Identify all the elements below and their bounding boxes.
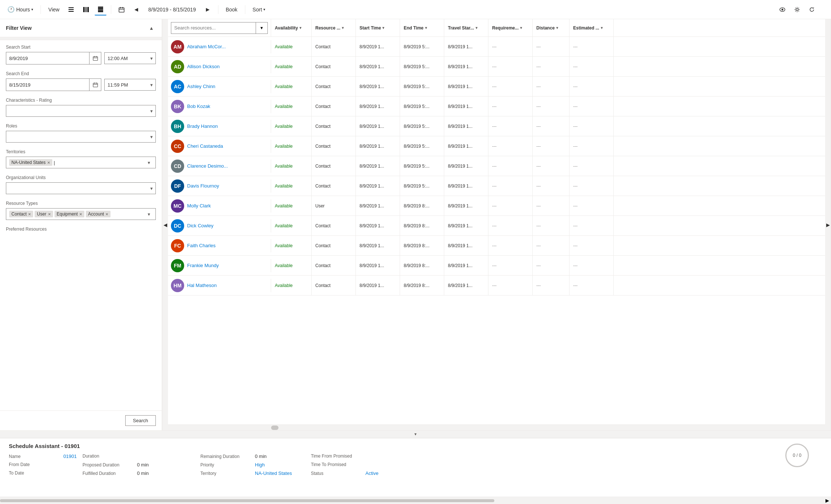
col-header-estimated[interactable]: Estimated ... ▾ — [569, 19, 614, 36]
characteristics-select[interactable] — [6, 105, 156, 117]
col-header-travel-start[interactable]: Travel Star... ▾ — [444, 19, 488, 36]
right-collapse-arrow[interactable]: ▶ — [825, 19, 831, 430]
search-end-time-select[interactable]: 11:59 PM — [104, 79, 156, 91]
search-resources-button[interactable]: ▾ — [256, 22, 268, 34]
settings-button[interactable] — [791, 4, 803, 15]
table-row[interactable]: AM Abraham McCor... Available Contact 8/… — [168, 37, 825, 57]
progress-label: 0 / 0 — [793, 453, 801, 458]
expand-row[interactable]: ▼ — [0, 430, 831, 438]
search-start-date-input[interactable] — [6, 52, 89, 64]
roles-select[interactable] — [6, 131, 156, 143]
cell-end-time: 8/9/2019 5:... — [400, 116, 444, 136]
search-end-date-input[interactable] — [6, 79, 89, 91]
cell-end-time: 8/9/2019 5:... — [400, 156, 444, 176]
avatar: AC — [171, 80, 184, 93]
bottom-horizontal-scrollbar[interactable]: ▶ — [0, 497, 831, 504]
cell-requirement: --- — [488, 57, 533, 76]
tag-contact-remove[interactable]: ✕ — [28, 212, 31, 216]
cell-end-time: 8/9/2019 8:... — [400, 216, 444, 235]
territories-tags-container[interactable]: NA-United States ✕ | ▾ — [6, 157, 156, 168]
table-row[interactable]: MC Molly Clark Available User 8/9/2019 1… — [168, 196, 825, 216]
hours-button[interactable]: 🕐 Hours ▾ — [4, 4, 36, 14]
svg-rect-8 — [88, 7, 89, 12]
avatar: DF — [171, 179, 184, 193]
grid-view-button[interactable] — [80, 4, 92, 15]
preferred-resources-section: Preferred Resources — [6, 227, 156, 232]
table-row[interactable]: BK Bob Kozak Available Contact 8/9/2019 … — [168, 97, 825, 116]
tag-account-remove[interactable]: ✕ — [105, 212, 108, 216]
resource-types-dropdown-button[interactable]: ▾ — [145, 210, 152, 218]
cell-resource-type: Contact — [312, 57, 356, 76]
next-week-button[interactable]: ▶ — [202, 4, 214, 15]
cell-resource-type: Contact — [312, 136, 356, 156]
resource-types-tags-container[interactable]: Contact ✕ User ✕ Equipment ✕ Account — [6, 208, 156, 220]
col-header-availability[interactable]: Availability ▾ — [271, 19, 312, 36]
status-field: Status Active — [311, 470, 414, 476]
search-start-calendar-button[interactable] — [89, 52, 101, 64]
territory-tag-remove[interactable]: ✕ — [47, 161, 50, 165]
search-end-calendar-button[interactable] — [89, 79, 101, 91]
table-row[interactable]: CC Cheri Castaneda Available Contact 8/9… — [168, 136, 825, 156]
territories-dropdown-button[interactable]: ▾ — [145, 159, 152, 166]
table-row[interactable]: BH Brady Hannon Available Contact 8/9/20… — [168, 116, 825, 136]
col-header-distance[interactable]: Distance ▾ — [533, 19, 569, 36]
table-row[interactable]: AD Allison Dickson Available Contact 8/9… — [168, 57, 825, 77]
sort-button[interactable]: Sort ▾ — [250, 5, 269, 14]
from-date-label: From Date — [9, 462, 60, 467]
table-row[interactable]: DC Dick Cowley Available Contact 8/9/201… — [168, 216, 825, 236]
cell-requirement: --- — [488, 156, 533, 176]
cell-estimated: --- — [569, 136, 614, 156]
time-to-promised-label: Time To Promised — [311, 462, 362, 467]
view-toggle-icon-button[interactable] — [776, 4, 788, 15]
cell-start-time: 8/9/2019 1... — [356, 276, 400, 295]
refresh-button[interactable] — [806, 4, 818, 15]
cell-availability: Available — [271, 276, 312, 295]
table-view-button[interactable] — [95, 4, 106, 15]
to-date-label: To Date — [9, 470, 60, 476]
avatar: MC — [171, 199, 184, 213]
search-start-time-select[interactable]: 12:00 AM — [104, 52, 156, 64]
table-row[interactable]: AC Ashley Chinn Available Contact 8/9/20… — [168, 77, 825, 97]
right-arrow-icon: ▶ — [826, 222, 830, 228]
cell-availability: Available — [271, 136, 312, 156]
fulfilled-duration-label: Fulfilled Duration — [83, 471, 134, 476]
priority-value[interactable]: High — [255, 462, 265, 468]
tag-equipment-remove[interactable]: ✕ — [79, 212, 82, 216]
scroll-right-button[interactable]: ▶ — [824, 497, 831, 504]
col-header-requirement[interactable]: Requireme... ▾ — [488, 19, 533, 36]
table-row[interactable]: DF Davis Flournoy Available Contact 8/9/… — [168, 176, 825, 196]
col-header-end-time[interactable]: End Time ▾ — [400, 19, 444, 36]
col-header-resource-type[interactable]: Resource ... ▾ — [312, 19, 356, 36]
book-button[interactable]: Book — [223, 5, 241, 14]
cell-availability: Available — [271, 77, 312, 96]
table-row[interactable]: CD Clarence Desimo... Available Contact … — [168, 156, 825, 176]
view-button[interactable]: View — [45, 5, 62, 14]
territory-value[interactable]: NA-United States — [255, 470, 292, 476]
cell-travel-start: 8/9/2019 1... — [444, 37, 488, 56]
org-units-section: Organizational Units — [6, 175, 156, 194]
svg-rect-13 — [119, 8, 124, 12]
filter-collapse-button[interactable]: ▲ — [147, 24, 156, 32]
svg-point-19 — [796, 8, 798, 11]
left-collapse-arrow[interactable]: ◀ — [162, 19, 168, 430]
cell-resource-type: Contact — [312, 37, 356, 56]
org-units-select[interactable] — [6, 182, 156, 194]
tag-user-label: User — [37, 211, 46, 217]
search-resources-input[interactable] — [171, 22, 256, 34]
col-header-start-time[interactable]: Start Time ▾ — [356, 19, 400, 36]
table-row[interactable]: FM Frankie Mundy Available Contact 8/9/2… — [168, 256, 825, 276]
hours-dropdown-icon: ▾ — [31, 7, 33, 11]
horizontal-scrollbar[interactable] — [168, 424, 825, 430]
resource-name-col: DC Dick Cowley — [168, 219, 271, 232]
status-value[interactable]: Active — [365, 470, 378, 476]
filter-title: Filter View — [6, 25, 32, 31]
tag-user-remove[interactable]: ✕ — [48, 212, 51, 216]
list-view-button[interactable] — [65, 4, 77, 15]
search-button-label: Search — [133, 418, 148, 423]
table-row[interactable]: FC Faith Charles Available Contact 8/9/2… — [168, 236, 825, 256]
calendar-button[interactable] — [116, 4, 127, 15]
table-row[interactable]: HM Hal Matheson Available Contact 8/9/20… — [168, 276, 825, 295]
prev-week-button[interactable]: ◀ — [130, 4, 142, 15]
search-button[interactable]: Search — [125, 415, 156, 426]
name-value[interactable]: 01901 — [63, 454, 77, 459]
